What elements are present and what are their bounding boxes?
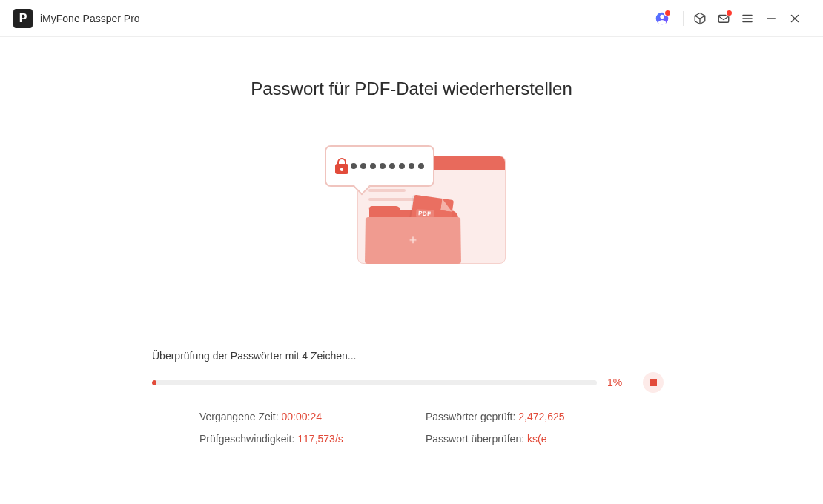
app-logo: P (13, 9, 33, 28)
stop-icon (650, 379, 657, 386)
stat-checked-label: Passwörter geprüft: (426, 411, 518, 422)
stat-current-value: ks(e (527, 433, 546, 445)
progress-percent: 1% (607, 377, 629, 388)
minimize-button[interactable] (759, 7, 783, 30)
plus-icon: + (409, 233, 417, 248)
page-title: Passwort für PDF-Datei wiederherstellen (0, 79, 823, 99)
mail-icon[interactable] (712, 7, 736, 30)
stat-speed: Prüfgeschwindigkeit: 117,573/s (199, 433, 426, 445)
stat-elapsed-value: 00:00:24 (282, 411, 323, 422)
close-button[interactable] (783, 7, 807, 30)
stat-elapsed: Vergangene Zeit: 00:00:24 (199, 411, 426, 422)
stat-current-label: Passwort überprüfen: (426, 433, 527, 445)
stop-button[interactable] (643, 372, 664, 393)
progress-section: Überprüfung der Passwörter mit 4 Zeichen… (152, 350, 671, 445)
stat-current: Passwort überprüfen: ks(e (426, 433, 652, 445)
app-title: iMyFone Passper Pro (40, 13, 140, 24)
lock-icon (335, 158, 343, 174)
stat-elapsed-label: Vergangene Zeit: (199, 411, 282, 422)
progress-fill (152, 380, 156, 385)
main-content: Passwort für PDF-Datei wiederherstellen … (0, 37, 823, 445)
password-bubble (325, 145, 434, 187)
stat-speed-label: Prüfgeschwindigkeit: (199, 433, 297, 445)
illustration: PDF + (0, 133, 823, 282)
notification-dot (727, 10, 732, 16)
menu-icon[interactable] (736, 7, 759, 30)
progress-status-text: Überprüfung der Passwörter mit 4 Zeichen… (152, 350, 671, 362)
account-icon[interactable] (650, 7, 674, 30)
titlebar-actions (650, 7, 807, 30)
svg-point-1 (660, 14, 664, 18)
stat-speed-value: 117,573/s (297, 433, 343, 445)
package-icon[interactable] (688, 7, 712, 30)
progress-bar (152, 380, 597, 385)
notification-dot (665, 10, 670, 16)
stat-checked-value: 2,472,625 (518, 411, 564, 422)
stat-checked: Passwörter geprüft: 2,472,625 (426, 411, 652, 422)
svg-rect-2 (718, 15, 729, 22)
titlebar: P iMyFone Passper Pro (0, 0, 823, 37)
